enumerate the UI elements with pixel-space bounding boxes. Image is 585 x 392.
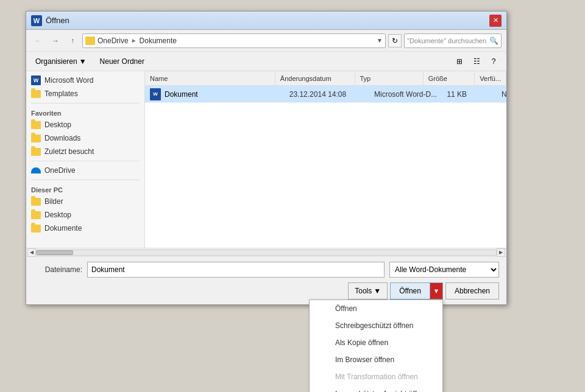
open-main-button[interactable]: Öffnen [390, 282, 430, 299]
file-name-cell: W Dokument [145, 88, 285, 100]
sidebar-item-images[interactable]: Bilder [26, 195, 144, 208]
view-details-button[interactable]: ☷ [469, 54, 484, 69]
main-content: W Microsoft Word Templates Favoriten Des… [26, 71, 506, 248]
sidebar-templates-label: Templates [44, 89, 78, 98]
title-bar-left: W Öffnen [31, 15, 69, 26]
path-dropdown-arrow[interactable]: ▼ [377, 37, 383, 44]
sidebar-desktop-label: Desktop [44, 121, 71, 129]
title-bar: W Öffnen ✕ [26, 12, 506, 30]
filetype-select[interactable]: Alle Word-Dokumente [389, 262, 499, 278]
onedrive-icon [31, 166, 41, 175]
col-header-type[interactable]: Typ [355, 71, 424, 85]
dropdown-item-copy-label: Als Kopie öffnen [335, 338, 388, 347]
organize-button[interactable]: Organisieren ▼ [31, 54, 91, 69]
recent-folder-icon [31, 147, 41, 156]
dropdown-item-browser[interactable]: Im Browser öffnen [310, 351, 442, 368]
word-file-icon: W [150, 88, 161, 100]
open-button-group: Öffnen ▼ Öffnen Schreibgeschützt öffnen [390, 282, 443, 299]
filename-input[interactable] [87, 262, 385, 278]
documents-folder-icon [31, 223, 41, 233]
scroll-track[interactable] [36, 250, 497, 256]
tools-button[interactable]: Tools ▼ [348, 282, 388, 299]
file-list: Name Änderungsdatum Typ Größe Verfü... W… [145, 71, 506, 248]
open-dropdown-button[interactable]: ▼ [430, 282, 443, 299]
back-button[interactable]: ← [31, 33, 46, 48]
filename-label: Dateiname: [34, 265, 82, 274]
downloads-folder-icon [31, 133, 41, 143]
dropdown-item-transform: Mit Transformation öffnen [310, 368, 442, 385]
sidebar-images-label: Bilder [44, 197, 63, 206]
path-part-onedrive[interactable]: OneDrive [98, 37, 129, 45]
col-header-name[interactable]: Name [145, 71, 275, 85]
sidebar: W Microsoft Word Templates Favoriten Des… [26, 71, 145, 248]
sidebar-favorites-header: Favoriten [26, 106, 144, 118]
tools-label: Tools [355, 287, 372, 295]
cancel-button[interactable]: Abbrechen [445, 282, 499, 299]
file-name: Dokument [165, 90, 198, 99]
sidebar-item-desktop2[interactable]: Desktop [26, 208, 144, 222]
templates-folder-icon [31, 89, 41, 99]
sidebar-divider-1 [31, 103, 140, 103]
sidebar-item-documents[interactable]: Dokumente [26, 222, 144, 235]
horizontal-scrollbar[interactable]: ◀ ▶ [26, 248, 506, 256]
images-folder-icon [31, 197, 41, 206]
new-folder-button[interactable]: Neuer Ordner [96, 54, 149, 69]
sidebar-item-templates[interactable]: Templates [26, 87, 144, 100]
search-bar[interactable]: "Dokumente" durchsuchen 🔍 [404, 33, 502, 48]
sidebar-recent-label: Zuletzt besucht [44, 147, 94, 156]
desktop-folder-icon [31, 120, 41, 130]
dropdown-item-open[interactable]: Öffnen [310, 300, 442, 317]
view-list-button[interactable]: ⊞ [452, 54, 467, 69]
view-buttons: ⊞ ☷ ? [452, 54, 502, 69]
dropdown-arrow-icon: ▼ [433, 287, 440, 295]
nav-toolbar: ← → ↑ OneDrive ► Dokumente ▼ ↻ "Dokument… [26, 30, 506, 52]
dropdown-item-open-label: Öffnen [335, 304, 357, 313]
dropdown-item-readonly[interactable]: Schreibgeschützt öffnen [310, 317, 442, 334]
refresh-button[interactable]: ↻ [388, 34, 402, 47]
sidebar-desktop2-label: Desktop [44, 211, 71, 219]
action-row: Tools ▼ Öffnen ▼ Öffnen Schreibgeschütz [34, 282, 499, 299]
organize-label: Organisieren [35, 57, 77, 66]
search-placeholder: "Dokumente" durchsuchen [407, 37, 489, 44]
sidebar-thispc-header: Dieser PC [26, 183, 144, 195]
scroll-right-arrow[interactable]: ▶ [497, 248, 505, 257]
file-type-cell: Microsoft Word-D... [369, 90, 442, 99]
open-dropdown-menu: Öffnen Schreibgeschützt öffnen Als Kopie… [309, 299, 443, 392]
sidebar-item-desktop[interactable]: Desktop [26, 118, 144, 131]
sidebar-onedrive-label: OneDrive [44, 166, 76, 175]
sidebar-item-onedrive[interactable]: OneDrive [26, 164, 144, 177]
close-button[interactable]: ✕ [489, 15, 502, 27]
up-button[interactable]: ↑ [65, 33, 80, 48]
sidebar-word-label: Microsoft Word [44, 76, 93, 85]
sidebar-divider-2 [31, 161, 140, 161]
sidebar-item-word[interactable]: W Microsoft Word [26, 74, 144, 87]
dialog-title: Öffnen [46, 16, 69, 25]
open-dialog: W Öffnen ✕ ← → ↑ OneDrive ► Dokumente ▼ … [26, 11, 507, 305]
scroll-thumb[interactable] [37, 250, 73, 255]
sidebar-item-downloads[interactable]: Downloads [26, 131, 144, 145]
dropdown-item-protected-label: In geschützter Ansicht öffnen [335, 390, 429, 392]
col-header-size[interactable]: Größe [424, 71, 475, 85]
path-bar[interactable]: OneDrive ► Dokumente ▼ [82, 33, 386, 48]
bottom-bar: Dateiname: Alle Word-Dokumente Tools ▼ Ö… [26, 256, 506, 304]
forward-button[interactable]: → [48, 33, 63, 48]
dropdown-item-copy[interactable]: Als Kopie öffnen [310, 334, 442, 351]
organize-arrow-icon: ▼ [79, 57, 87, 66]
col-header-available[interactable]: Verfü... [475, 71, 506, 85]
help-button[interactable]: ? [486, 54, 502, 69]
file-date-cell: 23.12.2014 14:08 [285, 90, 369, 99]
dropdown-item-protected[interactable]: In geschützter Ansicht öffnen [310, 385, 442, 392]
sidebar-item-recent[interactable]: Zuletzt besucht [26, 145, 144, 158]
sidebar-documents-label: Dokumente [44, 224, 82, 233]
path-part-dokumente[interactable]: Dokumente [140, 37, 177, 45]
sidebar-downloads-label: Downloads [44, 134, 80, 142]
dropdown-item-readonly-label: Schreibgeschützt öffnen [335, 321, 414, 330]
table-row[interactable]: W Dokument 23.12.2014 14:08 Microsoft Wo… [145, 86, 506, 103]
word-icon: W [31, 15, 42, 26]
scroll-left-arrow[interactable]: ◀ [27, 248, 36, 257]
path-separator: ► [131, 37, 137, 44]
word-small-icon: W [31, 75, 41, 85]
search-icon[interactable]: 🔍 [489, 37, 498, 45]
path-folder-icon [85, 37, 95, 45]
col-header-date[interactable]: Änderungsdatum [275, 71, 355, 85]
